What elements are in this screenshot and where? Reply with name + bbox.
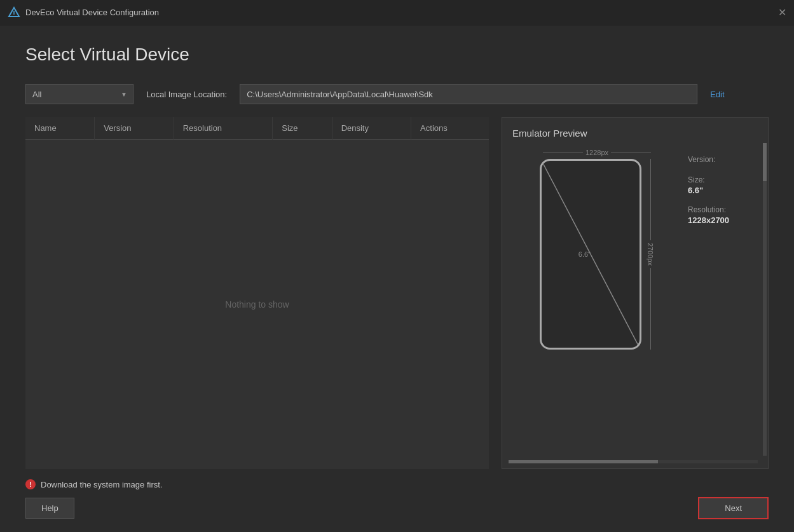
- table-empty-message: Nothing to show: [25, 140, 489, 469]
- info-resolution-label: Resolution:: [688, 205, 758, 214]
- phone-frame-inner: 6.6": [542, 161, 640, 348]
- main-content: Select Virtual Device All Phone Tablet T…: [0, 25, 794, 532]
- preview-title: Emulator Preview: [512, 128, 758, 139]
- phone-frame-container: 6.6" 2700px: [540, 159, 654, 350]
- warning-icon: !: [25, 479, 36, 489]
- local-image-path-input[interactable]: [240, 84, 697, 104]
- controls-row: All Phone Tablet TV Wearable Local Image…: [25, 84, 769, 104]
- table-header-row: Name Version Resolution Size Density Act…: [25, 117, 489, 140]
- info-version: Version:: [688, 155, 758, 165]
- device-type-dropdown[interactable]: All Phone Tablet TV Wearable: [25, 84, 133, 104]
- info-size-label: Size:: [688, 175, 758, 184]
- title-bar-left: DevEco Virtual Device Configuration: [8, 6, 159, 19]
- info-resolution-value: 1228x2700: [688, 215, 729, 225]
- help-button[interactable]: Help: [25, 498, 74, 519]
- height-line-top: [650, 159, 651, 240]
- preview-scrollbar[interactable]: [763, 143, 767, 456]
- width-label-container: 1228px: [543, 149, 651, 156]
- col-density: Density: [332, 117, 411, 140]
- phone-size-label: 6.6": [578, 250, 591, 258]
- col-size: Size: [273, 117, 332, 140]
- footer-area: ! Download the system image first. Help …: [25, 479, 769, 519]
- warning-row: ! Download the system image first.: [25, 479, 769, 489]
- col-resolution: Resolution: [174, 117, 273, 140]
- title-bar-title: DevEco Virtual Device Configuration: [25, 8, 159, 17]
- height-line-bottom: [650, 268, 651, 350]
- warning-text: Download the system image first.: [41, 480, 162, 489]
- col-actions: Actions: [411, 117, 489, 140]
- edit-link[interactable]: Edit: [710, 90, 724, 99]
- info-size: Size: 6.6": [688, 175, 758, 195]
- preview-scrollbar-thumb: [763, 143, 767, 181]
- preview-hscrollbar[interactable]: [509, 460, 758, 463]
- buttons-row: Help Next: [25, 497, 769, 519]
- title-bar: DevEco Virtual Device Configuration ✕: [0, 0, 794, 25]
- body-area: Name Version Resolution Size Density Act…: [25, 117, 769, 469]
- preview-info: Version: Size: 6.6" Resolution: 1228x270…: [688, 149, 758, 225]
- width-line-left: [543, 153, 583, 153]
- app-logo-icon: [8, 6, 20, 19]
- info-resolution: Resolution: 1228x2700: [688, 205, 758, 225]
- close-button[interactable]: ✕: [778, 6, 786, 18]
- info-size-value: 6.6": [688, 186, 703, 195]
- local-image-label: Local Image Location:: [146, 90, 227, 99]
- device-type-dropdown-wrapper[interactable]: All Phone Tablet TV Wearable: [25, 84, 133, 104]
- height-label: 2700px: [647, 243, 654, 266]
- height-label-wrapper: 2700px: [647, 159, 654, 350]
- info-version-label: Version:: [688, 155, 758, 164]
- width-line-right: [611, 153, 651, 153]
- preview-panel: Emulator Preview 1228px: [502, 117, 769, 469]
- preview-hscrollbar-thumb: [509, 460, 658, 463]
- table-area: Name Version Resolution Size Density Act…: [25, 117, 489, 469]
- col-name: Name: [25, 117, 95, 140]
- phone-frame: 6.6": [540, 159, 641, 350]
- phone-preview-wrapper: 1228px 6.6": [512, 149, 681, 350]
- page-title: Select Virtual Device: [25, 44, 769, 65]
- preview-body: 1228px 6.6": [512, 149, 758, 458]
- phone-diagonal-svg: [542, 161, 640, 348]
- next-button[interactable]: Next: [698, 497, 769, 519]
- width-label: 1228px: [585, 149, 608, 156]
- device-table: Name Version Resolution Size Density Act…: [25, 117, 489, 140]
- col-version: Version: [95, 117, 174, 140]
- svg-line-2: [542, 161, 640, 348]
